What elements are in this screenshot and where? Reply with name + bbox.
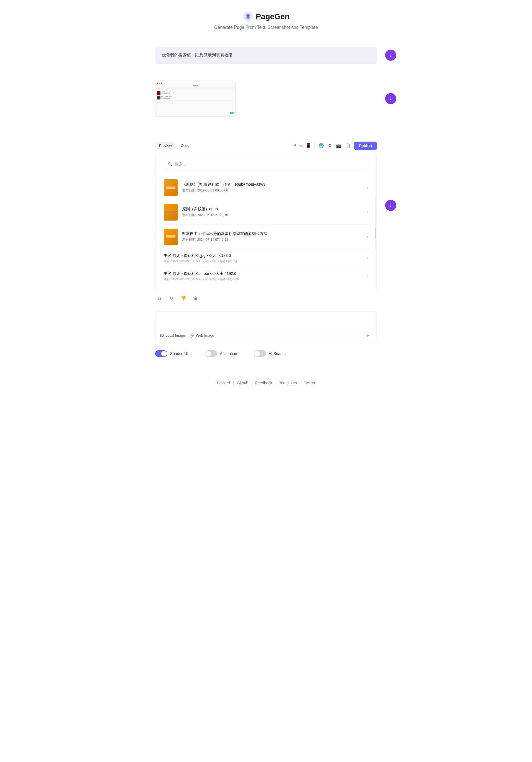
input-area[interactable] xyxy=(155,311,377,328)
send-button[interactable]: ➤ xyxy=(363,331,372,340)
footer-link-feedback[interactable]: Feedback xyxy=(252,381,276,385)
ai-search-knob xyxy=(254,351,260,356)
search-icon: 🔍 xyxy=(168,162,173,167)
duplicate-icon[interactable]: ⧉ xyxy=(155,295,163,302)
tablet-icon[interactable]: ▭ xyxy=(299,143,303,148)
toggle-shadcn: Shadcn UI xyxy=(155,350,188,357)
local-image-button[interactable]: 🖼 Local Image xyxy=(160,333,185,338)
desktop-icon[interactable]: 🖥 xyxy=(293,143,297,148)
delete-icon[interactable]: 🗑 xyxy=(192,295,199,302)
book-title-2: 原则（实践版）epub xyxy=(182,207,367,212)
book-title-1: 《原则》[美]瑞达利欧（作者）epub+mobi+azw3 xyxy=(182,182,367,187)
shadcn-knob xyxy=(161,351,167,356)
tab-code[interactable]: Code xyxy=(177,142,193,149)
globe-icon[interactable]: 🌐 xyxy=(318,143,324,149)
editor-tabs: Preview Code xyxy=(155,142,193,149)
device-icons: 🖥 ▭ 📱 xyxy=(293,143,311,148)
local-image-icon: 🖼 xyxy=(160,333,164,338)
book-thumb-1 xyxy=(164,179,178,196)
book-date-1: 发布日期: 2019-03-31 00:00:00 xyxy=(182,188,367,193)
search-placeholder: 搜索... xyxy=(175,162,186,167)
file-chevron-1: › xyxy=(367,256,368,261)
toggles-row: Shadcn UI Animation AI Search xyxy=(155,346,377,361)
input-toolbar: 🖼 Local Image 🔗 Web Image ➤ xyxy=(155,328,377,343)
chevron-icon-1: › xyxy=(367,185,368,190)
editor-section: Preview Code 🖥 ▭ 📱 🌐 ⚙ 📷 📋 Publish xyxy=(155,139,377,306)
screenshot-preview: 搜索结果 搜索... 《原则》epub+mobi+azw3发布: 2019-03… xyxy=(155,81,236,116)
list-item[interactable]: 原则（实践版）epub 发布日期: 2023-06-12 21:20:10 › xyxy=(164,200,368,225)
file-item[interactable]: 书名:原则 - 瑞达利欧.jpg>>>大小:128.0 路径:/20211010… xyxy=(164,249,368,267)
prompt-text: 优化我的搜索框，以及显示列表表效果 xyxy=(155,46,377,64)
book-date-2: 发布日期: 2023-06-12 21:20:10 xyxy=(182,213,367,217)
web-image-icon: 🔗 xyxy=(190,333,194,338)
file-path-1: 路径:/20211010/VOL351-355/原则/原则 - 瑞达利欧.jpg xyxy=(164,259,367,263)
file-info-1: 书名:原则 - 瑞达利欧.jpg>>>大小:128.0 路径:/20211010… xyxy=(164,253,367,263)
book-thumb-2 xyxy=(164,204,178,221)
footer-link-twitter[interactable]: Twitter xyxy=(300,381,318,385)
book-title-3: 财富自由：平民出身的富豪积累财富的原则和方法 xyxy=(182,231,367,236)
copy-icon[interactable]: 📋 xyxy=(345,143,351,149)
toolbar-icons: 🌐 ⚙ 📷 📋 xyxy=(318,143,351,149)
scroll-down-btn-1[interactable]: ↓ xyxy=(385,49,396,61)
settings-icon[interactable]: ⚙ xyxy=(327,143,333,149)
prompt-section: 优化我的搜索框，以及显示列表表效果 ↓ xyxy=(155,46,377,64)
animation-knob xyxy=(205,351,211,356)
action-bar: ⧉ ↻ 👎 🗑 xyxy=(155,291,377,306)
footer-link-github[interactable]: Github xyxy=(234,381,252,385)
web-image-label: Web Image xyxy=(196,333,214,338)
logo: PageGen xyxy=(0,11,532,22)
toggle-animation: Animation xyxy=(205,350,237,357)
scroll-down-btn-3[interactable]: ↓ xyxy=(385,200,396,211)
book-date-3: 发布日期: 2024-07-14 07:49:13 xyxy=(182,238,367,242)
camera-icon[interactable]: 📷 xyxy=(336,143,342,149)
footer-link-templates[interactable]: Templates xyxy=(276,381,301,385)
chevron-icon-3: › xyxy=(367,234,368,239)
animation-label: Animation xyxy=(220,351,237,356)
web-image-button[interactable]: 🔗 Web Image xyxy=(190,333,214,338)
header: PageGen Generate Page From Text, Screens… xyxy=(0,0,532,36)
app-subtitle: Generate Page From Text, Screenshot and … xyxy=(0,25,532,30)
toolbar-right: 🖥 ▭ 📱 🌐 ⚙ 📷 📋 Publish xyxy=(293,142,377,150)
footer-link-discord[interactable]: Discord xyxy=(213,381,233,385)
publish-button[interactable]: Publish xyxy=(354,142,377,150)
mobile-icon[interactable]: 📱 xyxy=(306,143,311,148)
input-toolbar-left: 🖼 Local Image 🔗 Web Image xyxy=(160,333,214,338)
file-title-2: 书名:原则 - 瑞达利欧.mobi>>>大小:4192.0 xyxy=(164,271,367,276)
editor-toolbar: Preview Code 🖥 ▭ 📱 🌐 ⚙ 📷 📋 Publish xyxy=(155,139,377,153)
refresh-icon[interactable]: ↻ xyxy=(167,295,175,302)
main-container: 优化我的搜索框，以及显示列表表效果 ↓ 搜索结果 搜索... 《原则》epub+… xyxy=(133,46,399,396)
book-info-2: 原则（实践版）epub 发布日期: 2023-06-12 21:20:10 xyxy=(182,207,367,217)
search-bar[interactable]: 🔍 搜索... xyxy=(164,159,368,170)
ai-search-toggle[interactable] xyxy=(254,350,266,357)
file-title-1: 书名:原则 - 瑞达利欧.jpg>>>大小:128.0 xyxy=(164,253,367,258)
scroll-down-btn-2[interactable]: ↓ xyxy=(385,93,396,104)
app-title: PageGen xyxy=(256,12,289,21)
preview-content: 🔍 搜索... 《原则》[美]瑞达利欧（作者）epub+mobi+azw3 xyxy=(155,153,377,291)
tab-preview[interactable]: Preview xyxy=(155,142,176,149)
scrollbar-thumb[interactable] xyxy=(375,228,376,239)
file-chevron-2: › xyxy=(367,274,368,279)
file-info-2: 书名:原则 - 瑞达利欧.mobi>>>大小:4192.0 路径:/202110… xyxy=(164,271,367,281)
thumbsdown-icon[interactable]: 👎 xyxy=(180,295,187,302)
footer: Discord Github Feedback Templates Twitte… xyxy=(155,372,377,396)
book-thumb-3 xyxy=(164,229,178,245)
animation-toggle[interactable] xyxy=(205,350,217,357)
shadcn-toggle[interactable] xyxy=(155,350,167,357)
input-section: 🖼 Local Image 🔗 Web Image ➤ xyxy=(155,311,377,343)
shadcn-label: Shadcn UI xyxy=(170,351,188,356)
scrollbar-track xyxy=(375,194,376,250)
logo-icon xyxy=(243,11,254,22)
list-item[interactable]: 《原则》[美]瑞达利欧（作者）epub+mobi+azw3 发布日期: 2019… xyxy=(164,175,368,200)
book-info-1: 《原则》[美]瑞达利欧（作者）epub+mobi+azw3 发布日期: 2019… xyxy=(182,182,367,193)
book-info-3: 财富自由：平民出身的富豪积累财富的原则和方法 发布日期: 2024-07-14 … xyxy=(182,231,367,242)
file-path-2: 路径:/20211010/VOL351-355/原则/原则 - 瑞达利欧.mob… xyxy=(164,277,367,281)
local-image-label: Local Image xyxy=(165,333,185,338)
screenshot-section: 搜索结果 搜索... 《原则》epub+mobi+azw3发布: 2019-03… xyxy=(155,81,377,116)
footer-links: Discord Github Feedback Templates Twitte… xyxy=(155,381,377,385)
file-item[interactable]: 书名:原则 - 瑞达利欧.mobi>>>大小:4192.0 路径:/202110… xyxy=(164,267,368,285)
toggle-ai-search: AI Search xyxy=(254,350,286,357)
preview-area: 🔍 搜索... 《原则》[美]瑞达利欧（作者）epub+mobi+azw3 xyxy=(155,153,377,291)
chevron-icon-2: › xyxy=(367,210,368,215)
ai-search-label: AI Search xyxy=(269,351,286,356)
list-item[interactable]: 财富自由：平民出身的富豪积累财富的原则和方法 发布日期: 2024-07-14 … xyxy=(164,225,368,249)
